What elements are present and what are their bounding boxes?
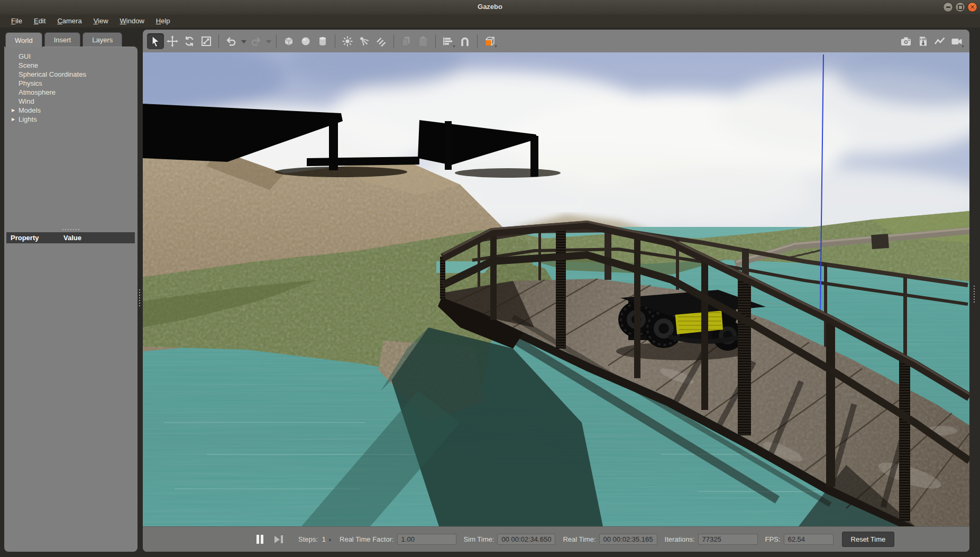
maximize-icon	[958, 5, 963, 10]
spot-light-button[interactable]	[356, 33, 373, 49]
record-video-button[interactable]: ▼	[948, 33, 965, 49]
paste-icon	[417, 35, 429, 48]
tree-item-wind[interactable]: Wind	[12, 97, 138, 106]
rotate-button[interactable]	[181, 33, 198, 49]
snap-button[interactable]	[456, 33, 473, 49]
dropdown-arrow-icon[interactable]: ▼	[961, 44, 965, 48]
pause-button[interactable]	[253, 533, 267, 546]
menubar: FileEditCameraViewWindowHelp	[0, 14, 980, 28]
redo-icon	[250, 35, 262, 48]
view-angle-button[interactable]: ▼	[481, 33, 498, 49]
tree-item-label: Scene	[19, 61, 38, 69]
toolbar-separator	[335, 34, 335, 48]
tree-item-scene[interactable]: Scene	[12, 61, 138, 70]
align-button[interactable]: ▼	[439, 33, 456, 49]
simulation-statusbar: Steps: 1 ▼ Real Time Factor: 1.00 Sim Ti…	[143, 526, 969, 552]
menu-view[interactable]: View	[88, 15, 114, 26]
data-logger-button[interactable]: LOG	[914, 33, 931, 49]
property-table-header: Property Value	[6, 232, 135, 243]
rtf-value: 1.00	[397, 534, 456, 545]
screenshot-icon	[900, 35, 912, 48]
right-splitter-handle[interactable]	[974, 286, 975, 303]
menu-file[interactable]: File	[5, 15, 28, 26]
toolbar-left-group: ▼▼	[147, 33, 498, 49]
directional-light-button[interactable]	[373, 33, 390, 49]
cylinder-icon	[316, 35, 329, 48]
viewport-3d[interactable]	[143, 52, 969, 526]
sim-time-value: 00 00:02:34.650	[497, 534, 555, 545]
cylinder-button[interactable]	[314, 33, 331, 49]
redo-history-button	[264, 33, 272, 49]
toolbar-separator	[218, 34, 219, 48]
menu-edit[interactable]: Edit	[28, 15, 51, 26]
copy-icon	[400, 35, 413, 48]
toolbar-separator	[435, 34, 436, 48]
panel-tabs: WorldInsertLayers	[5, 32, 122, 47]
world-tree: GUISceneSpherical CoordinatesPhysicsAtmo…	[4, 47, 138, 124]
fps-value: 62.54	[784, 534, 834, 545]
undo-icon	[225, 35, 237, 48]
screenshot-button[interactable]	[897, 33, 914, 49]
snap-icon	[459, 35, 471, 48]
menu-help[interactable]: Help	[150, 15, 176, 26]
menu-camera[interactable]: Camera	[51, 15, 87, 26]
close-icon: ✕	[970, 4, 975, 10]
iterations-label: Iterations:	[665, 535, 695, 543]
tree-item-label: Models	[19, 106, 41, 114]
directional-light-icon	[375, 35, 388, 48]
box-button[interactable]	[280, 33, 297, 49]
toolbar-separator	[393, 34, 394, 48]
scale-button[interactable]	[198, 33, 215, 49]
tab-insert[interactable]: Insert	[44, 32, 81, 47]
dropdown-arrow-icon[interactable]: ▼	[494, 44, 498, 48]
close-button[interactable]: ✕	[967, 2, 977, 12]
minimize-button[interactable]	[943, 2, 953, 12]
tab-layers[interactable]: Layers	[83, 32, 122, 47]
steps-dropdown-icon[interactable]: ▼	[328, 538, 332, 543]
property-column-header: Property	[6, 234, 63, 242]
value-column-header: Value	[63, 234, 81, 242]
steps-label: Steps:	[298, 535, 318, 543]
translate-icon	[166, 35, 179, 48]
window-controls: ✕	[943, 2, 977, 12]
dropdown-arrow-icon[interactable]: ▼	[452, 44, 456, 48]
rtf-label: Real Time Factor:	[340, 535, 394, 543]
maximize-button[interactable]	[955, 2, 965, 12]
real-time-value: 00 00:02:35.165	[599, 534, 657, 545]
viewport-3d-scene[interactable]	[143, 52, 969, 526]
menu-window[interactable]: Window	[114, 15, 150, 26]
box-icon	[282, 35, 295, 48]
expand-arrow-icon[interactable]: ▶	[12, 117, 19, 122]
tree-item-label: Wind	[19, 97, 34, 105]
tree-item-label: Lights	[19, 115, 37, 123]
expand-arrow-icon[interactable]: ▶	[12, 108, 19, 113]
tree-item-physics[interactable]: Physics	[12, 79, 138, 88]
world-panel-body: GUISceneSpherical CoordinatesPhysicsAtmo…	[4, 47, 138, 552]
tab-world[interactable]: World	[5, 32, 42, 48]
undo-history-button[interactable]	[240, 33, 248, 49]
titlebar[interactable]: Gazebo ✕	[0, 0, 980, 15]
select-icon	[149, 35, 162, 48]
plot-button[interactable]	[931, 33, 948, 49]
tree-item-lights[interactable]: ▶Lights	[12, 115, 138, 124]
tree-item-spherical-coordinates[interactable]: Spherical Coordinates	[12, 70, 138, 79]
reset-time-button[interactable]: Reset Time	[842, 532, 895, 547]
tree-item-models[interactable]: ▶Models	[12, 106, 138, 115]
select-button[interactable]	[147, 33, 164, 49]
step-button[interactable]	[272, 533, 286, 546]
toolbar-right-group: LOG▼	[897, 33, 965, 49]
main-panel: ▼▼ LOG▼	[143, 30, 969, 552]
sim-time-label: Sim Time:	[464, 535, 494, 543]
spot-light-icon	[358, 35, 371, 48]
translate-button[interactable]	[164, 33, 181, 49]
data-logger-icon: LOG	[917, 35, 929, 48]
tree-item-gui[interactable]: GUI	[12, 52, 138, 61]
property-splitter-handle[interactable]	[4, 228, 138, 231]
steps-value[interactable]: 1	[322, 535, 326, 543]
left-splitter-handle[interactable]	[139, 289, 140, 306]
toolbar-separator	[477, 34, 478, 48]
point-light-button[interactable]	[339, 33, 356, 49]
window-title: Gazebo	[0, 3, 980, 11]
tree-item-atmosphere[interactable]: Atmosphere	[12, 88, 138, 97]
sphere-button[interactable]	[297, 33, 314, 49]
